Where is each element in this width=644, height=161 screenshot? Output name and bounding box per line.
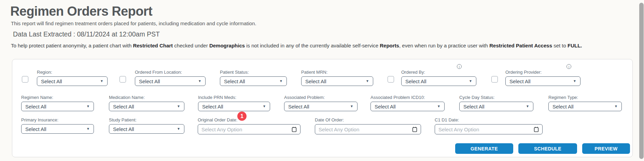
date-of-order-placeholder: Select Any Option <box>319 127 359 132</box>
associated-problem-icd10-dropdown[interactable]: Select All ▼ <box>370 102 445 111</box>
patient-status-label: Patient Status: <box>220 70 287 75</box>
filter-region: Region: Select All ▼ <box>37 70 108 86</box>
c1-d1-date-placeholder: Select Any Option <box>438 127 479 132</box>
include-prn-meds-label: Include PRN Meds: <box>198 95 270 100</box>
ordering-provider-dropdown[interactable]: Select All ▼ <box>505 76 580 86</box>
vertical-scrollbar[interactable] <box>639 3 644 159</box>
filter-c1-d1-date: C1 D1 Date: Select Any Option <box>435 117 543 134</box>
info-icon[interactable]: i <box>566 64 571 69</box>
chevron-down-icon: ▼ <box>366 79 369 83</box>
chevron-down-icon: ▼ <box>350 105 353 108</box>
chevron-down-icon: ▼ <box>263 105 266 108</box>
medication-name-value: Select All <box>113 104 134 109</box>
primary-insurance-dropdown[interactable]: Select All ▼ <box>21 124 94 134</box>
note-segment: Reports <box>380 43 399 48</box>
note-segment: checked under <box>173 43 209 48</box>
generate-button[interactable]: GENERATE <box>455 143 513 154</box>
regimen-name-dropdown[interactable]: Select All ▼ <box>21 102 94 111</box>
chevron-down-icon: ▼ <box>614 105 618 108</box>
chevron-down-icon: ▼ <box>573 79 576 83</box>
filter-ordered-from-location: Ordered From Location: Select All ▼ <box>135 70 206 86</box>
filter-patient-mrn: Patient MRN: Select All ▼ <box>301 70 373 86</box>
filter-ordering-provider: Ordering Provider: i Select All ▼ <box>505 70 580 86</box>
ordering-provider-checkbox[interactable] <box>491 76 498 83</box>
study-patient-value: Select All <box>113 126 134 132</box>
original-order-date-input[interactable]: Select Any Option <box>198 124 300 134</box>
c1-d1-date-input[interactable]: Select Any Option <box>435 124 543 134</box>
chevron-down-icon: ▼ <box>526 105 529 108</box>
ordered-by-checkbox[interactable] <box>388 76 394 83</box>
filter-study-patient: Study Patient: Select All ▼ <box>109 117 184 134</box>
medication-name-label: Medication Name: <box>109 95 184 100</box>
regimen-name-value: Select All <box>25 104 46 109</box>
medication-name-dropdown[interactable]: Select All ▼ <box>109 102 184 111</box>
note-segment: set to <box>552 43 568 48</box>
chevron-down-icon: ▼ <box>198 79 201 83</box>
filter-patient-status: Patient Status: Select All ▼ <box>220 70 287 86</box>
region-checkbox[interactable] <box>22 76 28 83</box>
regimen-type-value: Select All <box>552 104 574 109</box>
ordered-from-location-dropdown[interactable]: Select All ▼ <box>135 76 206 86</box>
patient-status-value: Select All <box>224 78 245 84</box>
ordered-by-label: Ordered By: <box>401 70 476 75</box>
primary-insurance-value: Select All <box>25 126 46 132</box>
ordered-by-value: Select All <box>405 78 426 84</box>
cycle-day-status-value: Select All <box>463 104 485 109</box>
schedule-button[interactable]: SCHEDULE <box>518 143 577 154</box>
date-of-order-label: Date Of Order: <box>315 117 421 122</box>
associated-problem-label: Associated Problem: <box>284 95 358 100</box>
chevron-down-icon: ▼ <box>86 127 90 131</box>
region-value: Select All <box>41 78 62 84</box>
ordered-from-location-checkbox[interactable] <box>120 76 126 83</box>
filter-associated-problem: Associated Problem: Select All ▼ <box>284 95 358 111</box>
privacy-note: To help protect patient anonymity, a pat… <box>11 43 582 48</box>
patient-mrn-dropdown[interactable]: Select All ▼ <box>301 76 373 86</box>
chevron-down-icon: ▼ <box>437 105 440 108</box>
filter-regimen-name: Regimen Name: Select All ▼ <box>21 95 94 111</box>
chevron-down-icon: ▼ <box>177 127 180 131</box>
cycle-day-status-dropdown[interactable]: Select All ▼ <box>459 102 533 111</box>
patient-mrn-value: Select All <box>305 78 326 84</box>
chevron-down-icon: ▼ <box>279 79 283 83</box>
page-title: Regimen Orders Report <box>10 4 152 19</box>
original-order-date-label: Original Order Date: <box>198 117 300 122</box>
chevron-down-icon: ▼ <box>100 79 103 83</box>
filter-date-of-order: Date Of Order: Select Any Option <box>315 117 421 134</box>
date-of-order-input[interactable]: Select Any Option <box>315 124 421 134</box>
regimen-name-label: Regimen Name: <box>21 95 94 100</box>
filter-include-prn-meds: Include PRN Meds: Select All ▼ <box>198 95 270 111</box>
include-prn-meds-dropdown[interactable]: Select All ▼ <box>198 102 270 111</box>
note-segment: To help protect patient anonymity, a pat… <box>11 43 133 48</box>
chevron-down-icon: ▼ <box>469 79 472 83</box>
associated-problem-value: Select All <box>288 104 309 109</box>
region-dropdown[interactable]: Select All ▼ <box>37 76 108 86</box>
filter-medication-name: Medication Name: Select All ▼ <box>109 95 184 111</box>
c1-d1-date-label: C1 D1 Date: <box>435 117 543 122</box>
associated-problem-dropdown[interactable]: Select All ▼ <box>284 102 358 111</box>
info-icon[interactable]: i <box>457 64 462 69</box>
ordered-from-location-value: Select All <box>139 78 160 84</box>
filter-associated-problem-icd10: Associated Problem ICD10: Select All ▼ <box>370 95 445 111</box>
calendar-icon[interactable] <box>412 127 417 132</box>
note-segment: Demographics <box>209 43 245 48</box>
ordering-provider-label: Ordering Provider: <box>505 70 580 75</box>
filter-cycle-day-status: Cycle Day Status: Select All ▼ <box>459 95 533 111</box>
study-patient-dropdown[interactable]: Select All ▼ <box>109 124 184 134</box>
filter-original-order-date: Original Order Date: 1 Select Any Option <box>198 117 300 134</box>
preview-button[interactable]: PREVIEW <box>582 143 630 154</box>
regimen-type-dropdown[interactable]: Select All ▼ <box>548 102 622 111</box>
ordered-by-dropdown[interactable]: Select All ▼ <box>401 76 476 86</box>
include-prn-meds-value: Select All <box>202 104 223 109</box>
cycle-day-status-label: Cycle Day Status: <box>459 95 533 100</box>
calendar-icon[interactable] <box>534 127 539 132</box>
note-segment: , even when run by a practice user with <box>399 43 489 48</box>
filter-regimen-type: Regimen Type: Select All ▼ <box>548 95 622 111</box>
ordered-from-location-label: Ordered From Location: <box>135 70 206 75</box>
calendar-icon[interactable] <box>292 127 297 132</box>
patient-status-dropdown[interactable]: Select All ▼ <box>220 76 287 86</box>
associated-problem-icd10-value: Select All <box>375 104 396 109</box>
filter-count-badge: 1 <box>237 112 247 121</box>
note-segment: is not included in any of the currently … <box>245 43 380 48</box>
filter-primary-insurance: Primary Insurance: Select All ▼ <box>21 117 94 134</box>
data-last-extracted: Data Last Extracted : 08/11/2024 at 12:0… <box>13 30 160 38</box>
